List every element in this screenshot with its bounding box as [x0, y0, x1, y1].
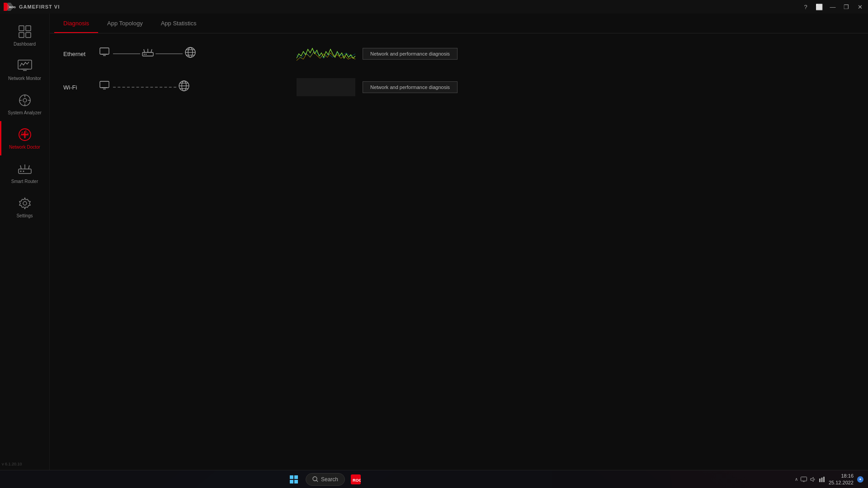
app-logo-area: ROG GAMEFIRST VI [0, 3, 60, 11]
sidebar-item-system-analyzer[interactable]: System Analyzer [0, 87, 49, 121]
notification-badge[interactable]: ● [857, 476, 863, 483]
ethernet-line-2 [156, 53, 183, 54]
system-tray: ∧ [795, 476, 825, 483]
close-button[interactable]: ✕ [854, 0, 866, 13]
svg-rect-63 [823, 477, 825, 482]
pc-icon [99, 47, 111, 61]
svg-rect-41 [100, 81, 109, 88]
svg-point-11 [23, 99, 27, 102]
svg-rect-5 [19, 33, 24, 38]
svg-rect-49 [290, 475, 293, 479]
system-analyzer-icon [17, 92, 33, 108]
network-tray-icon [819, 476, 825, 483]
wifi-line-1 [113, 87, 176, 88]
svg-point-26 [23, 202, 27, 205]
svg-rect-57 [801, 477, 807, 481]
wifi-label: Wi-Fi [63, 84, 99, 91]
clock-time: 18:16 [829, 473, 854, 479]
ethernet-diagnosis-button[interactable]: Network and performance diagnosis [363, 48, 458, 60]
globe-icon-wifi [178, 80, 190, 94]
svg-rect-3 [19, 26, 24, 31]
svg-rect-51 [290, 480, 293, 483]
svg-rect-50 [294, 475, 298, 479]
sidebar-item-settings[interactable]: Settings [0, 190, 49, 224]
help-button[interactable]: ? [799, 0, 812, 13]
svg-line-54 [316, 480, 318, 482]
ethernet-label: Ethernet [63, 51, 99, 57]
content-area: Ethernet [50, 33, 868, 470]
window-controls: ? ⬜ — ❐ ✕ [799, 0, 868, 13]
network-monitor-icon [17, 58, 33, 74]
smart-router-icon [17, 161, 33, 177]
rog-taskbar-icon: ROG [351, 474, 361, 484]
taskbar-right: ∧ 18:16 25.12.2022 [795, 473, 868, 486]
wifi-diagnosis-button[interactable]: Network and performance diagnosis [363, 81, 458, 93]
network-doctor-label: Network Doctor [9, 145, 40, 150]
svg-rect-62 [821, 478, 822, 482]
svg-point-53 [313, 477, 317, 481]
taskbar: Search ROG ∧ [0, 470, 868, 488]
ethernet-connection-line [99, 47, 289, 61]
taskbar-clock[interactable]: 18:16 25.12.2022 [829, 473, 854, 486]
version-label: v 6.1.20.10 [2, 462, 22, 466]
windows-logo-icon [290, 475, 298, 483]
tab-app-statistics[interactable]: App Statistics [152, 14, 206, 33]
tab-bar: Diagnosis App Topology App Statistics [50, 14, 868, 33]
svg-point-31 [144, 53, 145, 54]
tray-expand-icon[interactable]: ∧ [795, 477, 798, 482]
ethernet-line-1 [113, 53, 140, 54]
main-content: Diagnosis App Topology App Statistics Et… [50, 14, 868, 470]
wifi-row: Wi-Fi [63, 76, 854, 99]
sidebar-item-network-monitor[interactable]: Network Monitor [0, 52, 49, 87]
svg-line-35 [151, 49, 152, 52]
svg-line-33 [144, 49, 145, 52]
sidebar: Dashboard Network Monitor [0, 14, 50, 470]
wifi-waveform-empty [297, 78, 355, 96]
clock-date: 25.12.2022 [829, 479, 854, 486]
svg-rect-6 [26, 33, 31, 38]
app-title: GAMEFIRST VI [19, 4, 60, 9]
svg-line-25 [28, 165, 29, 169]
dashboard-label: Dashboard [14, 42, 36, 47]
rog-logo-icon: ROG [4, 3, 16, 11]
ethernet-row: Ethernet [63, 42, 854, 65]
svg-point-21 [20, 171, 21, 172]
search-label: Search [321, 476, 338, 483]
svg-rect-52 [294, 480, 298, 483]
svg-rect-27 [100, 48, 109, 54]
svg-text:ROG: ROG [9, 5, 16, 9]
dashboard-icon [17, 23, 33, 40]
svg-marker-60 [811, 477, 813, 482]
tab-app-topology[interactable]: App Topology [98, 14, 152, 33]
router-icon [142, 48, 154, 60]
wifi-pc-icon [99, 81, 111, 94]
search-icon [312, 476, 318, 482]
speaker-icon [810, 476, 816, 483]
sidebar-item-network-doctor[interactable]: Network Doctor [0, 121, 49, 155]
svg-rect-7 [18, 60, 32, 69]
svg-point-22 [23, 171, 24, 172]
start-button[interactable] [285, 470, 303, 488]
minimize-button[interactable]: — [826, 0, 839, 13]
svg-rect-4 [26, 26, 31, 31]
svg-point-32 [146, 53, 146, 54]
globe-icon-ethernet [184, 47, 196, 61]
taskbar-rog-app[interactable]: ROG [348, 471, 364, 488]
settings-label: Settings [16, 213, 33, 219]
svg-text:ROG: ROG [353, 478, 361, 483]
smart-router-label: Smart Router [11, 179, 38, 184]
taskbar-search[interactable]: Search [306, 473, 345, 486]
ethernet-waveform [297, 45, 355, 63]
network-monitor-label: Network Monitor [8, 76, 41, 81]
minimize-box-button[interactable]: ⬜ [813, 0, 826, 13]
tab-diagnosis[interactable]: Diagnosis [54, 14, 98, 33]
sidebar-item-dashboard[interactable]: Dashboard [0, 18, 49, 52]
app-container: Dashboard Network Monitor [0, 14, 868, 470]
restore-button[interactable]: ❐ [840, 0, 853, 13]
network-doctor-icon [17, 127, 33, 143]
svg-rect-61 [819, 479, 821, 482]
wifi-connection-line [99, 80, 289, 94]
settings-icon [17, 195, 33, 211]
sidebar-item-smart-router[interactable]: Smart Router [0, 155, 49, 190]
display-icon [801, 477, 807, 482]
